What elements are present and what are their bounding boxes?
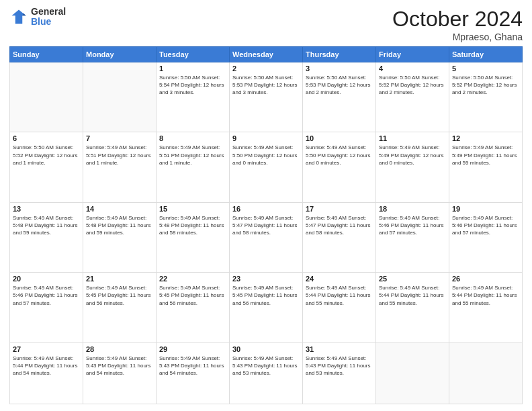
day-detail: Sunrise: 5:49 AM Sunset: 5:48 PM Dayligh… [13, 214, 80, 237]
table-row: 5Sunrise: 5:50 AM Sunset: 5:52 PM Daylig… [449, 62, 523, 132]
day-detail: Sunrise: 5:49 AM Sunset: 5:43 PM Dayligh… [86, 355, 153, 377]
col-monday: Monday [83, 47, 157, 62]
calendar-table: Sunday Monday Tuesday Wednesday Thursday… [9, 46, 523, 404]
day-detail: Sunrise: 5:49 AM Sunset: 5:44 PM Dayligh… [306, 284, 373, 307]
svg-marker-0 [12, 10, 26, 24]
day-number: 10 [306, 134, 373, 142]
table-row: 4Sunrise: 5:50 AM Sunset: 5:52 PM Daylig… [376, 62, 449, 132]
logo-general-text: General [31, 7, 66, 17]
day-number: 20 [13, 275, 80, 283]
table-row: 1Sunrise: 5:50 AM Sunset: 5:54 PM Daylig… [157, 62, 230, 132]
day-number: 29 [159, 345, 226, 353]
day-detail: Sunrise: 5:49 AM Sunset: 5:49 PM Dayligh… [379, 144, 446, 167]
day-number: 25 [379, 275, 446, 283]
day-number: 22 [159, 275, 226, 283]
table-row: 2Sunrise: 5:50 AM Sunset: 5:53 PM Daylig… [230, 62, 303, 132]
col-thursday: Thursday [303, 47, 376, 62]
day-number: 30 [232, 345, 300, 353]
logo-blue-text: Blue [31, 17, 66, 27]
day-detail: Sunrise: 5:49 AM Sunset: 5:46 PM Dayligh… [452, 214, 519, 237]
table-row: 15Sunrise: 5:49 AM Sunset: 5:48 PM Dayli… [157, 202, 230, 272]
table-row [10, 62, 83, 132]
col-tuesday: Tuesday [157, 47, 230, 62]
day-number: 24 [306, 275, 373, 283]
day-number: 7 [86, 134, 153, 142]
day-detail: Sunrise: 5:49 AM Sunset: 5:49 PM Dayligh… [452, 144, 519, 167]
table-row: 26Sunrise: 5:49 AM Sunset: 5:44 PM Dayli… [449, 273, 523, 342]
day-detail: Sunrise: 5:49 AM Sunset: 5:44 PM Dayligh… [379, 284, 446, 307]
day-number: 6 [13, 134, 80, 142]
day-detail: Sunrise: 5:49 AM Sunset: 5:44 PM Dayligh… [452, 284, 519, 307]
day-number: 8 [159, 134, 226, 142]
day-detail: Sunrise: 5:49 AM Sunset: 5:45 PM Dayligh… [86, 284, 153, 307]
table-row [376, 342, 449, 404]
day-number: 4 [379, 64, 446, 73]
day-number: 2 [232, 64, 300, 73]
day-number: 3 [306, 64, 373, 73]
day-number: 18 [379, 205, 446, 213]
table-row: 20Sunrise: 5:49 AM Sunset: 5:46 PM Dayli… [10, 273, 83, 342]
table-row: 14Sunrise: 5:49 AM Sunset: 5:48 PM Dayli… [83, 202, 157, 272]
day-number: 23 [232, 275, 300, 283]
table-row: 12Sunrise: 5:49 AM Sunset: 5:49 PM Dayli… [449, 132, 523, 202]
day-detail: Sunrise: 5:49 AM Sunset: 5:43 PM Dayligh… [306, 355, 373, 377]
col-friday: Friday [376, 47, 449, 62]
day-detail: Sunrise: 5:49 AM Sunset: 5:50 PM Dayligh… [232, 144, 300, 167]
day-detail: Sunrise: 5:49 AM Sunset: 5:47 PM Dayligh… [306, 214, 373, 237]
day-detail: Sunrise: 5:50 AM Sunset: 5:52 PM Dayligh… [452, 74, 519, 97]
title-location: Mpraeso, Ghana [392, 32, 523, 42]
day-number: 1 [159, 64, 226, 73]
logo: General Blue [9, 7, 66, 28]
day-number: 16 [232, 205, 300, 213]
day-number: 31 [306, 345, 373, 353]
table-row: 7Sunrise: 5:49 AM Sunset: 5:51 PM Daylig… [83, 132, 157, 202]
table-row: 22Sunrise: 5:49 AM Sunset: 5:45 PM Dayli… [157, 273, 230, 342]
table-row: 8Sunrise: 5:49 AM Sunset: 5:51 PM Daylig… [157, 132, 230, 202]
day-number: 13 [13, 205, 80, 213]
day-detail: Sunrise: 5:49 AM Sunset: 5:46 PM Dayligh… [379, 214, 446, 237]
day-number: 17 [306, 205, 373, 213]
table-row [83, 62, 157, 132]
day-detail: Sunrise: 5:49 AM Sunset: 5:43 PM Dayligh… [159, 355, 226, 377]
table-row [449, 342, 523, 404]
table-row: 18Sunrise: 5:49 AM Sunset: 5:46 PM Dayli… [376, 202, 449, 272]
day-number: 5 [452, 64, 519, 73]
day-detail: Sunrise: 5:49 AM Sunset: 5:48 PM Dayligh… [159, 214, 226, 237]
day-detail: Sunrise: 5:49 AM Sunset: 5:48 PM Dayligh… [86, 214, 153, 237]
day-number: 14 [86, 205, 153, 213]
col-wednesday: Wednesday [230, 47, 303, 62]
day-detail: Sunrise: 5:49 AM Sunset: 5:44 PM Dayligh… [13, 355, 80, 377]
day-detail: Sunrise: 5:49 AM Sunset: 5:45 PM Dayligh… [159, 284, 226, 307]
day-number: 21 [86, 275, 153, 283]
table-row: 17Sunrise: 5:49 AM Sunset: 5:47 PM Dayli… [303, 202, 376, 272]
table-row: 3Sunrise: 5:50 AM Sunset: 5:53 PM Daylig… [303, 62, 376, 132]
day-number: 28 [86, 345, 153, 353]
day-number: 12 [452, 134, 519, 142]
day-number: 15 [159, 205, 226, 213]
day-detail: Sunrise: 5:50 AM Sunset: 5:52 PM Dayligh… [379, 74, 446, 97]
day-detail: Sunrise: 5:49 AM Sunset: 5:43 PM Dayligh… [232, 355, 300, 377]
day-detail: Sunrise: 5:50 AM Sunset: 5:53 PM Dayligh… [232, 74, 300, 97]
table-row: 6Sunrise: 5:50 AM Sunset: 5:52 PM Daylig… [10, 132, 83, 202]
day-number: 9 [232, 134, 300, 142]
title-block: October 2024 Mpraeso, Ghana [392, 7, 523, 42]
table-row: 28Sunrise: 5:49 AM Sunset: 5:43 PM Dayli… [83, 342, 157, 404]
table-row: 10Sunrise: 5:49 AM Sunset: 5:50 PM Dayli… [303, 132, 376, 202]
table-row: 23Sunrise: 5:49 AM Sunset: 5:45 PM Dayli… [230, 273, 303, 342]
day-detail: Sunrise: 5:50 AM Sunset: 5:53 PM Dayligh… [306, 74, 373, 97]
day-detail: Sunrise: 5:49 AM Sunset: 5:51 PM Dayligh… [159, 144, 226, 167]
day-number: 26 [452, 275, 519, 283]
table-row: 13Sunrise: 5:49 AM Sunset: 5:48 PM Dayli… [10, 202, 83, 272]
table-row: 30Sunrise: 5:49 AM Sunset: 5:43 PM Dayli… [230, 342, 303, 404]
header: General Blue October 2024 Mpraeso, Ghana [9, 7, 523, 42]
day-detail: Sunrise: 5:50 AM Sunset: 5:54 PM Dayligh… [159, 74, 226, 97]
page: General Blue October 2024 Mpraeso, Ghana… [0, 0, 532, 411]
table-row: 31Sunrise: 5:49 AM Sunset: 5:43 PM Dayli… [303, 342, 376, 404]
day-number: 11 [379, 134, 446, 142]
table-row: 16Sunrise: 5:49 AM Sunset: 5:47 PM Dayli… [230, 202, 303, 272]
calendar-header-row: Sunday Monday Tuesday Wednesday Thursday… [10, 47, 523, 62]
day-number: 19 [452, 205, 519, 213]
table-row: 21Sunrise: 5:49 AM Sunset: 5:45 PM Dayli… [83, 273, 157, 342]
day-detail: Sunrise: 5:49 AM Sunset: 5:45 PM Dayligh… [232, 284, 300, 307]
table-row: 19Sunrise: 5:49 AM Sunset: 5:46 PM Dayli… [449, 202, 523, 272]
